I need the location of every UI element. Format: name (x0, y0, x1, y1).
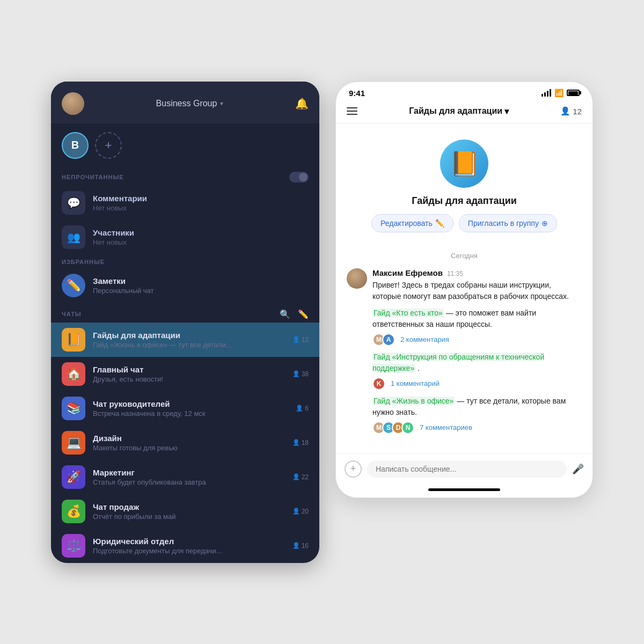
members-name: Участники (93, 228, 309, 237)
chat-item[interactable]: ⚖️ Юридический отдел Подготовьте докумен… (51, 529, 319, 563)
thread-avatar: A (382, 333, 395, 346)
message-author-avatar (347, 268, 367, 289)
member-count: 👤 38 (292, 370, 309, 378)
user-avatar[interactable] (62, 92, 84, 115)
chat-icon: 📚 (62, 397, 85, 420)
thread-2-comments[interactable]: K 1 комментарий (372, 377, 582, 390)
chat-item[interactable]: 🚀 Маркетинг Статья будет опубликована за… (51, 460, 319, 494)
search-chats-icon[interactable]: 🔍 (280, 309, 290, 319)
new-chat-icon[interactable]: ✏️ (298, 309, 309, 319)
chat-preview: Друзья, есть новости! (93, 375, 285, 383)
chat-name: Дизайн (93, 434, 285, 443)
right-header: Гайды для адаптации ▾ 👤 12 (336, 102, 592, 123)
workspace-dropdown-arrow: ▾ (220, 100, 223, 107)
channel-action-buttons: Редактировать ✏️ Пригласить в группу ⊕ (371, 214, 557, 232)
message-block: Максим Ефремов 11:35 Привет! Здесь в тре… (347, 268, 582, 434)
members-icon: 👤 (296, 405, 303, 412)
notes-icon: ✏️ (62, 274, 85, 297)
workspace-name: Business Group (156, 99, 217, 108)
person-icon: 👤 (560, 106, 570, 116)
chat-icon: 🏠 (62, 362, 85, 386)
chat-item[interactable]: 💻 Дизайн Макеты готовы для ревью 👤 18 (51, 426, 319, 460)
input-bar: + 🎤 (336, 453, 592, 484)
home-indicator (428, 488, 500, 491)
notification-bell-icon[interactable]: 🔔 (295, 97, 309, 110)
chat-name: Юридический отдел (93, 537, 285, 546)
chat-preview: Подготовьте документы для передачи... (93, 547, 285, 555)
chat-item[interactable]: 📚 Чат руководителей Встреча назначена в … (51, 391, 319, 426)
thread-3-count: 7 комментариев (420, 423, 472, 431)
members-icon: 👤 (292, 542, 300, 549)
guide-link-3[interactable]: Гайд «Жизнь в офисе» (372, 397, 455, 405)
unread-toggle[interactable] (289, 172, 309, 182)
signal-bars (541, 89, 551, 97)
invite-to-group-button[interactable]: Пригласить в группу ⊕ (459, 214, 557, 232)
guide-link-1[interactable]: Гайд «Кто есть кто» (372, 309, 444, 317)
date-divider: Сегодня (347, 252, 582, 260)
members-icon: 👤 (292, 439, 300, 446)
thread-2: Гайд «Инструкция по обращениям к техниче… (372, 352, 582, 390)
messages-area: Сегодня Максим Ефремов 11:35 Привет! Зде… (336, 243, 592, 451)
channel-intro: 📙 Гайды для адаптации Редактировать ✏️ П… (336, 123, 592, 243)
chat-icon: 💰 (62, 500, 85, 523)
message-content: Максим Ефремов 11:35 Привет! Здесь в тре… (372, 268, 582, 434)
members-sub: Нет новых (93, 238, 309, 246)
thread-1-comments[interactable]: M A 2 комментария (372, 333, 582, 346)
channel-title-header[interactable]: Гайды для адаптации ▾ (409, 106, 509, 116)
microphone-icon[interactable]: 🎤 (572, 463, 584, 475)
thread-3: Гайд «Жизнь в офисе» — тут все детали, к… (372, 396, 582, 434)
attachment-button[interactable]: + (345, 460, 362, 478)
notes-name: Заметки (93, 276, 309, 286)
members-icon: 👥 (62, 225, 85, 249)
channel-dropdown-arrow: ▾ (504, 106, 509, 116)
chat-name: Гайды для адаптации (93, 331, 285, 340)
members-count-header[interactable]: 👤 12 (560, 106, 582, 116)
chat-item[interactable]: 📙 Гайды для адаптации Гайд «Жизнь в офис… (51, 323, 319, 357)
message-time: 11:35 (447, 270, 463, 277)
comments-sub: Нет новых (93, 204, 309, 212)
comments-icon: 💬 (62, 191, 85, 215)
chat-preview: Макеты готовы для ревью (93, 444, 285, 452)
stories-row: B + (51, 123, 319, 167)
thread-3-comments[interactable]: M S D N 7 комментариев (372, 421, 582, 434)
member-count: 👤 22 (292, 473, 309, 481)
chats-section-label: ЧАТЫ (62, 311, 82, 317)
comments-item[interactable]: 💬 Комментарии Нет новых (51, 186, 319, 220)
chat-preview: Гайд «Жизнь в офисе» — тут все детали... (93, 341, 285, 349)
chat-icon: ⚖️ (62, 534, 85, 558)
guide-link-2[interactable]: Гайд «Инструкция по обращениям к техниче… (372, 353, 544, 372)
chat-preview: Статья будет опубликована завтра (93, 478, 285, 486)
guide-suffix-2: . (418, 364, 420, 372)
chat-name: Маркетинг (93, 468, 285, 477)
comments-name: Комментарии (93, 194, 309, 203)
members-icon: 👤 (292, 473, 300, 480)
thread-1: Гайд «Кто есть кто» — это поможет вам на… (372, 308, 582, 346)
member-count: 👤 12 (292, 336, 309, 343)
battery-icon (567, 90, 580, 96)
right-panel: 9:41 📶 Гайды д (335, 82, 593, 498)
edit-channel-button[interactable]: Редактировать ✏️ (371, 214, 453, 232)
thread-avatar: N (401, 421, 414, 434)
left-panel: Business Group ▾ 🔔 B + НЕПРОЧИТАННЫЕ 💬 К… (51, 82, 319, 563)
edit-icon: ✏️ (435, 219, 444, 228)
message-input[interactable] (367, 460, 567, 478)
chat-name: Чат продаж (93, 502, 285, 511)
chats-actions: 🔍 ✏️ (280, 309, 309, 319)
message-author: Максим Ефремов (372, 268, 443, 277)
chat-item[interactable]: 🏠 Главный чат Друзья, есть новости! 👤 38 (51, 357, 319, 391)
channel-name: Гайды для адаптации (412, 195, 517, 207)
chat-preview: Встреча назначена в среду, 12 мск (93, 409, 288, 418)
status-icons: 📶 (541, 89, 580, 97)
story-b[interactable]: B (62, 132, 89, 159)
members-item[interactable]: 👥 Участники Нет новых (51, 220, 319, 254)
hamburger-menu-icon[interactable] (347, 107, 357, 115)
workspace-selector[interactable]: Business Group ▾ (156, 99, 224, 108)
chats-section-header: ЧАТЫ 🔍 ✏️ (51, 303, 319, 323)
notes-sub: Персональный чат (93, 287, 309, 295)
member-count: 👤 16 (292, 542, 309, 550)
notes-item[interactable]: ✏️ Заметки Персональный чат (51, 268, 319, 303)
favorites-section-label: ИЗБРАННЫЕ (51, 254, 319, 268)
story-add-button[interactable]: + (95, 132, 122, 159)
chat-item[interactable]: 💰 Чат продаж Отчёт по прибыли за май 👤 2… (51, 494, 319, 529)
chat-icon: 🚀 (62, 465, 85, 489)
